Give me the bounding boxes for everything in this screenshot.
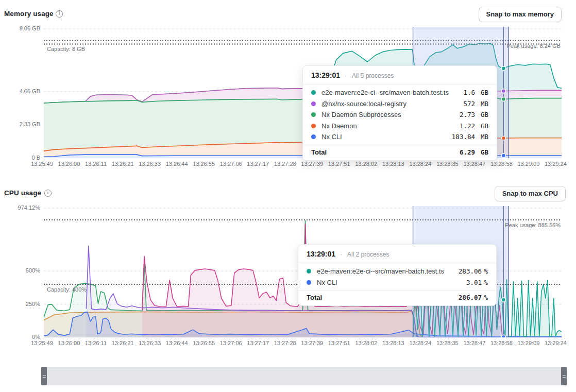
tooltip-total-label: Total <box>311 148 460 156</box>
x-tick-label: 13:28:02 <box>355 161 377 167</box>
tooltip-total-unit: GB <box>475 148 488 156</box>
x-tick-label: 13:28:13 <box>382 340 404 346</box>
x-tick-label: 13:26:33 <box>139 340 161 346</box>
tooltip-summary: All 2 processes <box>347 251 389 258</box>
process-value: 183.84 <box>452 133 475 141</box>
x-tick-label: 13:28:02 <box>355 340 377 346</box>
x-tick-label: 13:26:33 <box>139 161 161 167</box>
snap-to-max-memory-button[interactable]: Snap to max memory <box>479 7 562 22</box>
tooltip-process-row: Nx Daemon Subprocesses2.73GB <box>311 109 488 121</box>
series-color-dot-icon <box>311 90 316 95</box>
tooltip-separator: · <box>341 251 343 258</box>
brush-left-handle[interactable] <box>41 367 47 385</box>
x-tick-label: 13:27:17 <box>247 161 269 167</box>
x-tick-label: 13:26:55 <box>193 340 215 346</box>
x-tick-label: 13:26:44 <box>166 340 188 346</box>
process-unit: MB <box>475 133 488 141</box>
process-value: 283.06 <box>459 267 482 275</box>
series-color-dot-icon <box>311 101 316 106</box>
x-tick-label: 13:28:35 <box>436 161 459 167</box>
tooltip-total-row: Total 6.29 GB <box>303 145 497 160</box>
grip-icon <box>563 375 566 378</box>
process-name: e2e-maven:e2e-ci--src/maven-batch.test.t… <box>321 89 463 96</box>
x-tick-label: 13:27:39 <box>301 161 323 167</box>
x-tick-label: 13:28:24 <box>409 161 431 167</box>
tooltip-total-label: Total <box>307 294 459 301</box>
y-tick-label: 500% <box>3 267 40 274</box>
tooltip-process-row: e2e-maven:e2e-ci--src/maven-batch.test.t… <box>311 87 488 98</box>
x-tick-label: 13:25:49 <box>31 161 53 167</box>
x-tick-label: 13:27:17 <box>247 340 269 346</box>
x-tick-label: 13:28:47 <box>463 340 485 346</box>
memory-x-axis-labels: 13:25:4913:26:0013:26:1113:26:2113:26:33… <box>31 161 567 167</box>
series-color-dot-icon <box>311 124 316 128</box>
cpu-x-axis-labels: 13:25:4913:26:0013:26:1113:26:2113:26:33… <box>31 340 567 346</box>
tooltip-process-row: Nx Daemon1.22GB <box>311 121 488 132</box>
series-color-dot-icon <box>311 134 316 139</box>
cpu-tooltip: 13:29:01 · All 2 processes e2e-maven:e2e… <box>298 244 497 306</box>
x-tick-label: 13:25:49 <box>31 340 53 346</box>
process-unit: MB <box>475 100 488 108</box>
x-tick-label: 13:26:00 <box>58 161 80 167</box>
cpu-chart-plot[interactable]: Peak usage: 885.56%Capacity: 400% 13:29:… <box>44 206 562 337</box>
process-unit: % <box>482 279 488 286</box>
x-tick-label: 13:27:39 <box>301 340 323 346</box>
y-tick-label: 0 B <box>3 155 40 161</box>
x-tick-label: 13:26:11 <box>85 161 107 167</box>
peak-usage-label: Peak usage: 8.24 GB <box>506 43 561 49</box>
x-tick-label: 13:28:47 <box>463 161 485 167</box>
memory-usage-section: Memory usage i Snap to max memory Capaci… <box>0 0 576 178</box>
y-tick-label: 9.06 GB <box>3 25 40 31</box>
process-value: 1.6 <box>463 89 475 96</box>
series-color-dot-icon <box>307 280 311 285</box>
process-name: e2e-maven:e2e-ci--src/maven-batch.test.t… <box>317 267 459 275</box>
x-tick-label: 13:26:55 <box>193 161 215 167</box>
tooltip-time: 13:29:01 <box>307 250 335 258</box>
series-color-dot-icon <box>307 269 311 274</box>
x-tick-label: 13:26:00 <box>58 340 80 346</box>
process-value: 572 <box>463 100 475 108</box>
cpu-header: CPU usage i Snap to max CPU <box>4 186 576 202</box>
x-tick-label: 13:29:24 <box>545 340 567 346</box>
snap-to-max-cpu-button[interactable]: Snap to max CPU <box>495 186 566 201</box>
info-icon[interactable]: i <box>44 190 52 197</box>
brush-right-handle[interactable] <box>561 367 567 385</box>
tooltip-header: 13:29:01 · All 2 processes <box>298 245 496 263</box>
x-tick-label: 13:26:21 <box>112 161 134 167</box>
x-tick-label: 13:26:21 <box>112 340 134 346</box>
tooltip-total-value: 286.07 <box>459 294 482 301</box>
tooltip-total-unit: % <box>482 294 488 301</box>
x-tick-label: 13:28:58 <box>490 340 513 346</box>
x-tick-label: 13:28:35 <box>436 340 459 346</box>
process-unit: GB <box>475 122 488 130</box>
x-tick-label: 13:27:28 <box>274 340 296 346</box>
info-icon[interactable]: i <box>56 10 63 18</box>
x-tick-label: 13:27:06 <box>220 340 242 346</box>
tooltip-process-row: e2e-maven:e2e-ci--src/maven-batch.test.t… <box>307 266 488 277</box>
x-tick-label: 13:27:51 <box>328 340 350 346</box>
memory-chart-plot[interactable]: Capacity: 8 GBPeak usage: 8.24 GB 13:29:… <box>44 27 562 158</box>
tooltip-total-row: Total 286.07 % <box>298 290 496 305</box>
process-value: 1.22 <box>460 122 475 130</box>
process-name: Nx CLI <box>317 279 466 286</box>
memory-header: Memory usage i Snap to max memory <box>4 7 576 23</box>
peak-usage-label: Peak usage: 885.56% <box>505 222 561 228</box>
process-name: Nx CLI <box>321 133 452 141</box>
tooltip-separator: · <box>345 72 347 79</box>
x-tick-label: 13:27:28 <box>274 161 296 167</box>
time-range-brush[interactable] <box>41 367 567 385</box>
process-value: 3.01 <box>466 279 482 286</box>
tooltip-total-value: 6.29 <box>460 148 475 156</box>
cpu-usage-section: CPU usage i Snap to max CPU Peak usage: … <box>0 179 576 357</box>
tooltip-process-row: @nx/nx-source:local-registry572MB <box>311 98 488 110</box>
y-tick-label: 974.12% <box>3 204 40 211</box>
x-tick-label: 13:29:09 <box>517 161 539 167</box>
memory-tooltip: 13:29:01 · All 5 processes e2e-maven:e2e… <box>302 65 497 161</box>
x-tick-label: 13:27:06 <box>220 161 242 167</box>
process-name: Nx Daemon Subprocesses <box>321 111 460 118</box>
process-unit: % <box>482 267 488 275</box>
process-name: Nx Daemon <box>321 122 460 130</box>
x-tick-label: 13:28:58 <box>490 161 513 167</box>
y-tick-label: 0% <box>3 334 40 340</box>
tooltip-summary: All 5 processes <box>352 72 394 79</box>
